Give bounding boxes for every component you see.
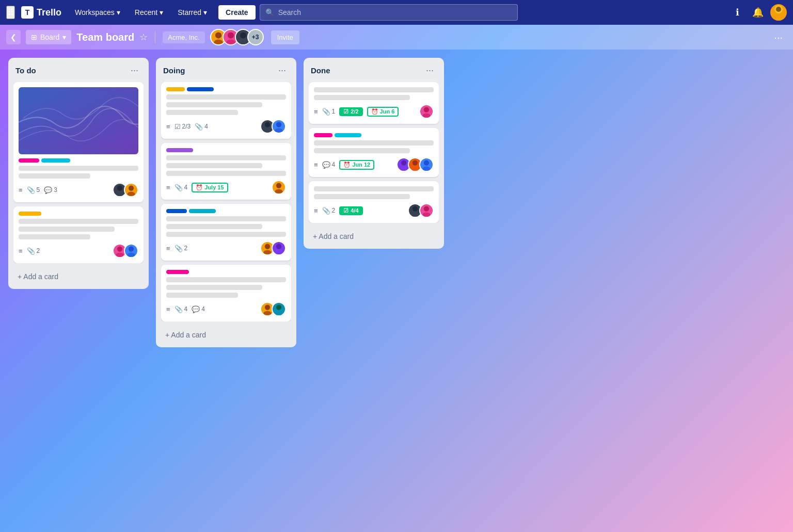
card-member-avatar-1[interactable] — [272, 180, 286, 195]
svg-point-23 — [275, 189, 282, 194]
description-icon-item: ≡ — [314, 207, 318, 215]
user-avatar[interactable] — [770, 4, 787, 21]
trello-logo-text: Trello — [37, 7, 61, 18]
card-meta-left: ≡ 📎 2 ☑ 4/4 — [314, 206, 363, 215]
card-subtitle — [314, 95, 410, 100]
description-icon: ≡ — [314, 207, 318, 215]
card-meta: ≡ 📎 1 ☑ 2/2 ⏰ Jun 6 — [314, 104, 434, 119]
column-doing-menu[interactable]: ··· — [275, 64, 289, 77]
card-doing-1[interactable]: ≡ ☑ 2/3 📎 4 — [161, 82, 291, 139]
card-members — [113, 244, 138, 258]
svg-point-16 — [129, 246, 134, 251]
column-doing-title: Doing — [163, 66, 185, 75]
svg-point-12 — [129, 185, 134, 190]
apps-icon[interactable]: ⠿ — [6, 6, 15, 19]
info-icon-button[interactable]: ℹ — [729, 4, 746, 21]
add-card-todo-button[interactable]: + Add a card — [13, 269, 144, 284]
description-icon-item: ≡ — [166, 305, 170, 313]
card-meta-left: ≡ ☑ 2/3 📎 4 — [166, 123, 208, 131]
svg-point-24 — [265, 244, 270, 249]
attachment-icon: 📎 — [27, 186, 35, 194]
board-more-button[interactable]: ··· — [770, 29, 787, 45]
card-meta-left: ≡ 📎 4 💬 4 — [166, 305, 205, 313]
recent-menu[interactable]: Recent ▾ — [130, 5, 168, 20]
workspace-badge[interactable]: Acme, Inc. — [163, 31, 204, 43]
card-meta: ≡ ☑ 2/3 📎 4 — [166, 119, 286, 134]
column-todo-title: To do — [15, 66, 36, 75]
due-date-badge: ⏰ Jun 6 — [367, 107, 399, 117]
svg-point-33 — [422, 113, 430, 118]
card-doing-2[interactable]: ≡ 📎 4 ⏰ July 15 — [161, 143, 291, 200]
svg-point-14 — [117, 246, 122, 251]
star-button[interactable]: ☆ — [139, 31, 148, 43]
svg-point-38 — [424, 160, 429, 165]
comments-item: 💬 4 — [322, 161, 336, 169]
board-title: Team board — [76, 31, 134, 43]
card-done-2[interactable]: ≡ 💬 4 ⏰ Jun 12 — [309, 128, 439, 177]
more-members-badge[interactable]: +3 — [247, 29, 264, 45]
invite-button[interactable]: Invite — [271, 30, 299, 44]
svg-point-10 — [117, 185, 122, 190]
svg-point-22 — [276, 183, 281, 188]
attachment-icon: 📎 — [322, 207, 330, 215]
create-button[interactable]: Create — [218, 5, 256, 20]
starred-menu[interactable]: Starred ▾ — [172, 5, 212, 20]
search-input[interactable] — [278, 8, 512, 17]
card-subtitle — [166, 163, 262, 168]
attachment-icon: 📎 — [175, 305, 183, 313]
card-member-avatar-3[interactable] — [419, 157, 434, 172]
card-labels — [166, 87, 286, 91]
svg-point-40 — [413, 206, 418, 211]
label-cyan — [335, 133, 361, 137]
svg-point-34 — [401, 160, 406, 165]
checklist-icon: ☑ — [175, 123, 181, 131]
add-card-done-button[interactable]: + Add a card — [309, 229, 439, 244]
card-todo-1[interactable]: ≡ 📎 5 💬 3 — [13, 82, 144, 202]
card-member-avatar-1[interactable] — [419, 104, 434, 119]
card-labels — [19, 212, 138, 216]
description-icon-item: ≡ — [166, 123, 170, 131]
card-member-avatar-2[interactable] — [272, 302, 286, 316]
label-blue — [187, 87, 214, 91]
card-doing-4[interactable]: ≡ 📎 4 💬 4 — [161, 265, 291, 321]
card-member-avatar-2[interactable] — [419, 203, 434, 218]
card-member-avatar-2[interactable] — [124, 244, 138, 258]
card-meta: ≡ 📎 5 💬 3 — [19, 183, 138, 197]
description-icon: ≡ — [314, 108, 318, 116]
sidebar-toggle-button[interactable]: ❮ — [6, 30, 21, 44]
comments-item: 💬 3 — [44, 186, 57, 194]
svg-point-35 — [400, 166, 407, 171]
description-icon: ≡ — [19, 247, 23, 255]
workspaces-menu[interactable]: Workspaces ▾ — [70, 5, 125, 20]
search-bar[interactable]: 🔍 — [260, 4, 518, 21]
column-todo-menu[interactable]: ··· — [128, 64, 141, 77]
card-done-1[interactable]: ≡ 📎 1 ☑ 2/2 ⏰ Jun 6 — [309, 82, 439, 124]
notifications-icon-button[interactable]: 🔔 — [750, 4, 766, 21]
card-meta: ≡ 📎 2 ☑ 4/4 — [314, 203, 434, 218]
card-meta-left: ≡ 📎 2 — [166, 245, 187, 252]
card-subtitle — [19, 227, 115, 232]
card-doing-3[interactable]: ≡ 📎 2 — [161, 204, 291, 261]
svg-point-18 — [265, 122, 270, 127]
board-view-button[interactable]: ⊞ Board ▾ — [26, 30, 71, 44]
column-done-menu[interactable]: ··· — [423, 64, 437, 77]
card-members — [260, 241, 286, 255]
column-doing-header: Doing ··· — [161, 63, 291, 78]
card-member-avatar-2[interactable] — [272, 119, 286, 134]
card-done-3[interactable]: ≡ 📎 2 ☑ 4/4 — [309, 181, 439, 223]
card-meta-left: ≡ 💬 4 ⏰ Jun 12 — [314, 160, 374, 170]
board-content: To do ··· — [0, 50, 793, 532]
card-todo-2[interactable]: ≡ 📎 2 — [13, 206, 144, 263]
description-icon: ≡ — [166, 305, 170, 313]
attachments-item: 📎 2 — [175, 245, 188, 252]
card-member-avatar-2[interactable] — [272, 241, 286, 255]
card-labels — [166, 209, 286, 213]
board-header: ❮ ⊞ Board ▾ Team board ☆ Acme, Inc. +3 I… — [0, 25, 793, 50]
board-members: +3 — [210, 29, 264, 45]
add-card-doing-button[interactable]: + Add a card — [161, 328, 291, 342]
card-member-avatar-2[interactable] — [124, 183, 138, 197]
search-icon: 🔍 — [265, 8, 274, 17]
comment-icon: 💬 — [44, 186, 52, 194]
description-icon: ≡ — [166, 245, 170, 252]
comment-icon: 💬 — [322, 161, 330, 169]
